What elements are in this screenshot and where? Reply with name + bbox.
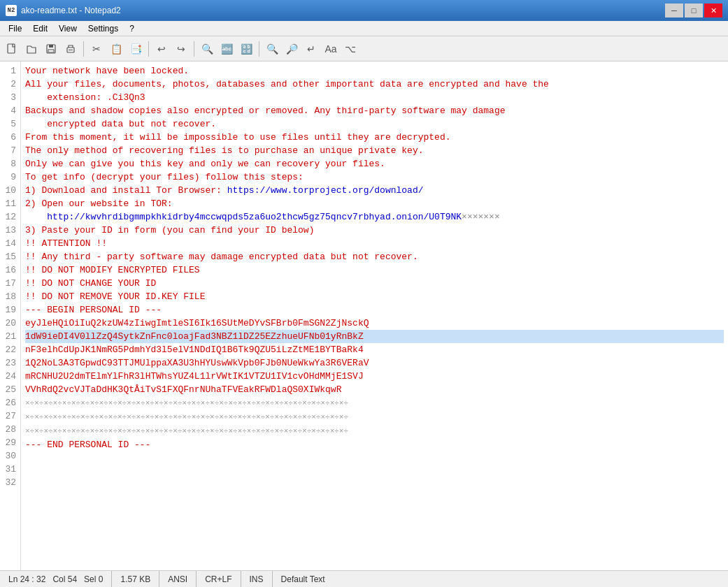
- toolbar-open[interactable]: [22, 40, 41, 58]
- toolbar-zoomin[interactable]: 🔍: [263, 40, 281, 58]
- editor-line: nF3elhCdUpJK1NmRG5PdmhYd3l5elV1NDdIQ1B6T…: [25, 343, 724, 356]
- menu-file[interactable]: File: [3, 22, 27, 35]
- toolbar-encoding[interactable]: Aa: [322, 40, 340, 58]
- title-bar-left: N2 ako-readme.txt - Notepad2: [6, 5, 121, 16]
- toolbar: ✂ 📋 📑 ↩ ↪ 🔍 🔤 🔡 🔍 🔎 ↵ Aa ⌥: [0, 36, 728, 61]
- editor-line: ×÷×÷×÷×÷×÷×÷×÷×÷×÷×÷×÷×÷×÷×÷×÷×÷×÷×÷×÷×÷…: [25, 424, 724, 438]
- status-encoding: ANSI: [159, 571, 197, 587]
- maximize-button[interactable]: □: [685, 3, 703, 17]
- status-text-type: Default Text: [273, 571, 334, 587]
- status-size: 1.57 KB: [112, 571, 159, 587]
- toolbar-undo[interactable]: ↩: [152, 40, 171, 58]
- toolbar-zoomout[interactable]: 🔎: [283, 40, 301, 58]
- editor-line: !! Any third - party software may damage…: [25, 250, 724, 263]
- status-line-ending: CR+LF: [197, 571, 241, 587]
- toolbar-sep-4: [259, 41, 259, 57]
- status-bar: Ln 24 : 32 Col 54 Sel 0 1.57 KB ANSI CR+…: [0, 570, 728, 587]
- editor-line: All your files, documents, photos, datab…: [25, 78, 724, 91]
- svg-rect-2: [49, 45, 53, 48]
- line-numbers: 1234567891011121314151617181920212223242…: [0, 61, 21, 570]
- toolbar-syntax[interactable]: ⌥: [341, 40, 359, 58]
- svg-rect-0: [8, 44, 15, 53]
- editor-line: eyJleHQiOiIuQ2kzUW4zIiwgImtleSI6Ik16SUtM…: [25, 317, 724, 330]
- editor-line: The only method of recovering files is t…: [25, 144, 724, 157]
- editor-line: To get info (decrypt your files) follow …: [25, 171, 724, 184]
- svg-rect-3: [48, 50, 54, 52]
- toolbar-sep-2: [148, 41, 149, 57]
- editor-line: --- BEGIN PERSONAL ID ---: [25, 303, 724, 317]
- editor-line: Your network have been locked.: [25, 64, 724, 78]
- editor-line: Only we can give you this key and only w…: [25, 157, 724, 171]
- minimize-button[interactable]: ─: [665, 3, 683, 17]
- toolbar-new[interactable]: [3, 40, 21, 58]
- menu-view[interactable]: View: [53, 22, 83, 35]
- editor-line: Backups and shadow copies also encrypted…: [25, 104, 724, 117]
- toolbar-redo[interactable]: ↪: [172, 40, 190, 58]
- editor-container: 1234567891011121314151617181920212223242…: [0, 61, 728, 570]
- window-title: ako-readme.txt - Notepad2: [21, 6, 121, 15]
- toolbar-save[interactable]: [42, 40, 60, 58]
- menu-help[interactable]: ?: [124, 22, 140, 35]
- toolbar-paste[interactable]: 📑: [127, 40, 145, 58]
- editor-line: From this moment, it will be impossible …: [25, 131, 724, 144]
- toolbar-print[interactable]: [62, 40, 80, 58]
- editor-line: !! DO NOT REMOVE YOUR ID.KEY FILE: [25, 290, 724, 303]
- title-bar: N2 ako-readme.txt - Notepad2 ─ □ ✕: [0, 0, 728, 21]
- status-insert-mode: INS: [241, 571, 273, 587]
- editor-line: !! DO NOT MODIFY ENCRYPTED FILES: [25, 263, 724, 277]
- toolbar-cut[interactable]: ✂: [87, 40, 106, 58]
- editor-line: VVhRdQ2vcVJTaDdHK3QtÂiTvS1FXQFnrNUhaTFVE…: [25, 383, 724, 396]
- editor-line: 1dW9ieDI4V0llZzQ4SytkZnFnc0loajFad3NBZ1l…: [25, 330, 724, 343]
- toolbar-wordwrap[interactable]: ↵: [302, 40, 320, 58]
- close-button[interactable]: ✕: [704, 3, 722, 17]
- toolbar-goto[interactable]: 🔡: [237, 40, 255, 58]
- editor-line: encrypted data but not recover.: [25, 117, 724, 131]
- editor-line: http://kwvhrdibgmmpkhkidrby4mccwqpds5za6…: [25, 210, 724, 224]
- toolbar-find[interactable]: 🔍: [198, 40, 216, 58]
- editor-line: --- END PERSONAL ID ---: [25, 438, 724, 451]
- toolbar-replace[interactable]: 🔤: [217, 40, 236, 58]
- editor-line: !! DO NOT CHANGE YOUR ID: [25, 277, 724, 290]
- app-icon: N2: [6, 5, 17, 16]
- editor-line: 3) Paste your ID in form (you can find y…: [25, 224, 724, 237]
- editor-line: extension: .Ci3Qn3: [25, 91, 724, 104]
- window-controls: ─ □ ✕: [665, 3, 722, 17]
- editor-line: !! ATTENTION !!: [25, 237, 724, 250]
- status-position: Ln 24 : 32 Col 54 Sel 0: [0, 571, 112, 587]
- toolbar-sep-3: [194, 41, 194, 57]
- editor-line: ×÷×÷×÷×÷×÷×÷×÷×÷×÷×÷×÷×÷×÷×÷×÷×÷×÷×÷×÷×÷…: [25, 410, 724, 424]
- editor-line: 1Q2NoL3A3TGpwdC93TTJMUlppaXA3U3hHYUswWkV…: [25, 356, 724, 370]
- menu-settings[interactable]: Settings: [83, 22, 124, 35]
- editor-line: 2) Open our website in TOR:: [25, 197, 724, 210]
- menu-edit[interactable]: Edit: [27, 22, 53, 35]
- svg-rect-5: [69, 50, 73, 50]
- editor-line: 1) Download and install Tor Browser: htt…: [25, 184, 724, 197]
- toolbar-sep-1: [83, 41, 84, 57]
- editor-line: mRCNHU2U2dmTElmYlFhR3lHTWhsYUZ4L1lrVWtIK…: [25, 370, 724, 383]
- editor-line: ×÷×÷×÷×÷×÷×÷×÷×÷×÷×÷×÷×÷×÷×÷×÷×÷×÷×÷×÷×÷…: [25, 396, 724, 410]
- menu-bar: File Edit View Settings ?: [0, 21, 728, 36]
- toolbar-copy[interactable]: 📋: [107, 40, 125, 58]
- editor-content[interactable]: Your network have been locked.All your f…: [21, 61, 728, 570]
